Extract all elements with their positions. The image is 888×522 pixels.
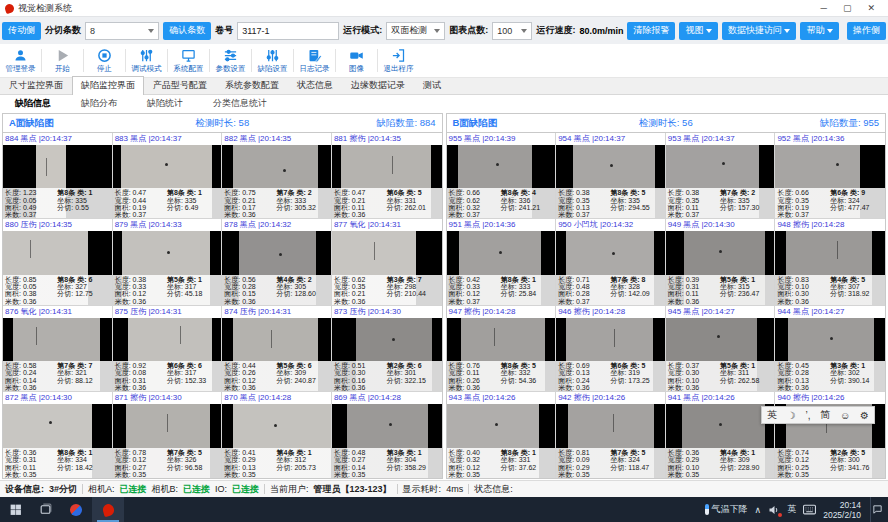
defect-cell[interactable]: 880 压伤 |20:14:35长度: 0.85宽度: 0.05面积: 0.38… xyxy=(3,219,113,305)
chevron-down-icon xyxy=(521,29,527,33)
defect-cell-header: 950 小凹坑 |20:14:32 xyxy=(556,219,665,231)
action-image[interactable]: 图像 xyxy=(336,44,377,77)
hidden-icons-chevron[interactable]: ∧ xyxy=(755,505,762,515)
defect-info: 长度: 0.66宽度: 0.62面积: 0.32米数: 0.37第8条 类: 4… xyxy=(447,188,556,218)
volume-icon[interactable] xyxy=(768,504,780,516)
tab-product-config[interactable]: 产品型号配置 xyxy=(144,76,216,94)
defect-info: 长度: 0.71宽度: 0.48面积: 0.28米数: 0.37第7条 类: 8… xyxy=(556,275,665,305)
close-button[interactable]: ✕ xyxy=(867,3,875,13)
defect-image xyxy=(447,231,556,274)
defect-cell[interactable]: 879 黑点 |20:14:33长度: 0.38宽度: 0.33面积: 0.12… xyxy=(113,219,223,305)
defect-cell[interactable]: 944 黑点 |20:14:27长度: 0.45宽度: 0.28面积: 0.13… xyxy=(775,306,885,392)
defect-cell-header: 871 擦伤 |20:14:30 xyxy=(113,392,222,404)
start-button[interactable] xyxy=(0,497,30,522)
defect-cell[interactable]: 954 黑点 |20:14:37长度: 0.38宽度: 0.35面积: 0.13… xyxy=(556,133,666,219)
action-start[interactable]: 开始 xyxy=(42,44,83,77)
defect-cell[interactable]: 950 小凹坑 |20:14:32长度: 0.71宽度: 0.48面积: 0.2… xyxy=(556,219,666,305)
defect-cell[interactable]: 871 擦伤 |20:14:30长度: 0.78宽度: 0.12面积: 0.27… xyxy=(113,392,223,478)
defect-cell[interactable]: 883 黑点 |20:14:37长度: 0.47宽度: 0.44面积: 0.19… xyxy=(113,133,223,219)
defect-cell[interactable]: 943 黑点 |20:14:26长度: 0.40宽度: 0.32面积: 0.12… xyxy=(447,392,557,478)
ime-english-toggle[interactable]: 英 xyxy=(767,408,777,422)
defect-cell[interactable]: 946 擦伤 |20:14:28长度: 0.69宽度: 0.13面积: 0.24… xyxy=(556,306,666,392)
defect-image xyxy=(332,145,442,188)
action-param-settings[interactable]: 参数设置 xyxy=(210,44,251,77)
defect-cell[interactable]: 875 压伤 |20:14:31长度: 0.92宽度: 0.08面积: 0.31… xyxy=(113,306,223,392)
minimize-button[interactable]: ─ xyxy=(821,3,827,13)
defect-cell[interactable]: 945 黑点 |20:14:27长度: 0.37宽度: 0.30面积: 0.10… xyxy=(666,306,776,392)
clear-alarm-button[interactable]: 清除报警 xyxy=(627,22,675,40)
defect-image xyxy=(666,231,775,274)
elapsed-value: 4ms xyxy=(446,484,463,494)
data-access-menu-button[interactable]: 数据快捷访问 xyxy=(722,22,797,40)
defect-cell[interactable]: 882 黑点 |20:14:35长度: 0.75宽度: 0.21面积: 0.17… xyxy=(222,133,332,219)
defect-cell[interactable]: 952 黑点 |20:14:36长度: 0.66宽度: 0.35面积: 0.19… xyxy=(775,133,885,219)
defect-info: 长度: 0.83宽度: 0.10面积: 0.30米数: 0.36第4条 类: 5… xyxy=(775,275,885,305)
ime-settings-button[interactable]: ⚙ xyxy=(860,410,869,421)
action-stop[interactable]: 停止 xyxy=(84,44,125,77)
action-login[interactable]: 管理登录 xyxy=(0,44,41,77)
defect-cell[interactable]: 947 擦伤 |20:14:28长度: 0.76宽度: 0.11面积: 0.26… xyxy=(447,306,557,392)
taskbar-app-browser[interactable] xyxy=(60,497,92,522)
defect-cell[interactable]: 941 黑点 |20:14:26长度: 0.36宽度: 0.29面积: 0.10… xyxy=(666,392,776,478)
confirm-strips-button[interactable]: 确认条数 xyxy=(163,22,211,40)
ime-punctuation-toggle[interactable]: ’, xyxy=(805,410,810,421)
action-defect-settings[interactable]: 缺陷设置 xyxy=(252,44,293,77)
defect-cell[interactable]: 873 压伤 |20:14:30长度: 0.51宽度: 0.30面积: 0.16… xyxy=(332,306,442,392)
defect-grid-a: 884 黑点 |20:14:37长度: 1.23宽度: 0.05面积: 0.49… xyxy=(3,133,442,478)
defect-cell[interactable]: 884 黑点 |20:14:37长度: 1.23宽度: 0.05面积: 0.49… xyxy=(3,133,113,219)
ime-indicator[interactable]: 英 xyxy=(787,503,796,516)
operate-side-button[interactable]: 操作侧 xyxy=(847,22,886,40)
drive-side-button[interactable]: 传动侧 xyxy=(2,22,41,40)
tab-test[interactable]: 测试 xyxy=(414,76,450,94)
defect-cell[interactable]: 872 黑点 |20:14:30长度: 0.36宽度: 0.31面积: 0.11… xyxy=(3,392,113,478)
defect-cell[interactable]: 869 黑点 |20:14:28长度: 0.48宽度: 0.27面积: 0.14… xyxy=(332,392,442,478)
subtab-class-stats[interactable]: 分类信息统计 xyxy=(198,97,282,110)
tab-defect-monitor[interactable]: 缺陷监控界面 xyxy=(72,76,144,95)
tab-size-monitor[interactable]: 尺寸监控界面 xyxy=(0,76,72,94)
roll-number-input[interactable] xyxy=(237,22,339,40)
action-exit[interactable]: 退出程序 xyxy=(378,44,419,77)
taskbar-clock[interactable]: 20:14 2025/2/10 xyxy=(823,500,861,520)
ime-simplified-toggle[interactable]: 简 xyxy=(820,408,830,422)
defect-cell[interactable]: 940 擦伤 |20:14:26长度: 0.74宽度: 0.12面积: 0.25… xyxy=(775,392,885,478)
help-menu-button[interactable]: 帮助 xyxy=(800,22,839,40)
defect-cell[interactable]: 942 擦伤 |20:14:26长度: 0.81宽度: 0.09面积: 0.29… xyxy=(556,392,666,478)
ime-moon-icon[interactable]: ☽ xyxy=(787,410,796,421)
defect-cell[interactable]: 876 氧化 |20:14:31长度: 0.58宽度: 0.24面积: 0.14… xyxy=(3,306,113,392)
defect-cell[interactable]: 953 黑点 |20:14:37长度: 0.38宽度: 0.35面积: 0.11… xyxy=(666,133,776,219)
action-debug-mode[interactable]: 调试模式 xyxy=(126,44,167,77)
tab-edge-data[interactable]: 边缘数据记录 xyxy=(342,76,414,94)
defect-cell[interactable]: 951 黑点 |20:14:36长度: 0.42宽度: 0.33面积: 0.12… xyxy=(447,219,557,305)
maximize-button[interactable]: ▢ xyxy=(843,3,852,13)
action-log[interactable]: 日志记录 xyxy=(294,44,335,77)
subtab-defect-distribution[interactable]: 缺陷分布 xyxy=(66,97,132,110)
defect-cell[interactable]: 881 擦伤 |20:14:35长度: 0.47宽度: 0.21面积: 0.11… xyxy=(332,133,442,219)
subtab-defect-stats[interactable]: 缺陷统计 xyxy=(132,97,198,110)
subtab-defect-info[interactable]: 缺陷信息 xyxy=(0,97,66,110)
thermometer-icon xyxy=(705,504,709,515)
defect-cell[interactable]: 870 黑点 |20:14:28长度: 0.41宽度: 0.29面积: 0.13… xyxy=(222,392,332,478)
run-mode-select[interactable]: 双面检测 xyxy=(386,22,445,40)
panel-b-title: B面缺陷图 xyxy=(453,117,595,130)
notification-center-button[interactable] xyxy=(870,497,884,522)
defect-info: 长度: 0.47宽度: 0.44面积: 0.19米数: 0.37第8条 类: 1… xyxy=(113,188,222,218)
defect-cell[interactable]: 955 黑点 |20:14:39长度: 0.66宽度: 0.62面积: 0.32… xyxy=(447,133,557,219)
view-menu-button[interactable]: 视图 xyxy=(679,22,718,40)
action-system-config[interactable]: 系统配置 xyxy=(168,44,209,77)
touch-keyboard-icon[interactable] xyxy=(803,504,816,515)
ime-emoji-button[interactable]: ☺ xyxy=(840,410,850,421)
tab-status-info[interactable]: 状态信息 xyxy=(288,76,342,94)
defect-mark-icon xyxy=(499,251,502,254)
weather-tray-item[interactable]: 气温下降 xyxy=(705,503,748,516)
chart-points-select[interactable]: 100 xyxy=(492,22,532,40)
defect-cell[interactable]: 878 黑点 |20:14:32长度: 0.56宽度: 0.28面积: 0.15… xyxy=(222,219,332,305)
defect-cell[interactable]: 877 氧化 |20:14:31长度: 0.62宽度: 0.35面积: 0.21… xyxy=(332,219,442,305)
strip-count-select[interactable]: 8 xyxy=(85,22,159,40)
tab-system-params[interactable]: 系统参数配置 xyxy=(216,76,288,94)
taskbar-app-inspection[interactable] xyxy=(92,497,124,522)
task-view-button[interactable] xyxy=(30,497,60,522)
current-user-value: 管理员【123-123】 xyxy=(314,483,392,496)
defect-cell[interactable]: 874 压伤 |20:14:31长度: 0.44宽度: 0.26面积: 0.12… xyxy=(222,306,332,392)
defect-cell[interactable]: 948 擦伤 |20:14:28长度: 0.83宽度: 0.10面积: 0.30… xyxy=(775,219,885,305)
defect-cell[interactable]: 949 黑点 |20:14:30长度: 0.39宽度: 0.31面积: 0.11… xyxy=(666,219,776,305)
